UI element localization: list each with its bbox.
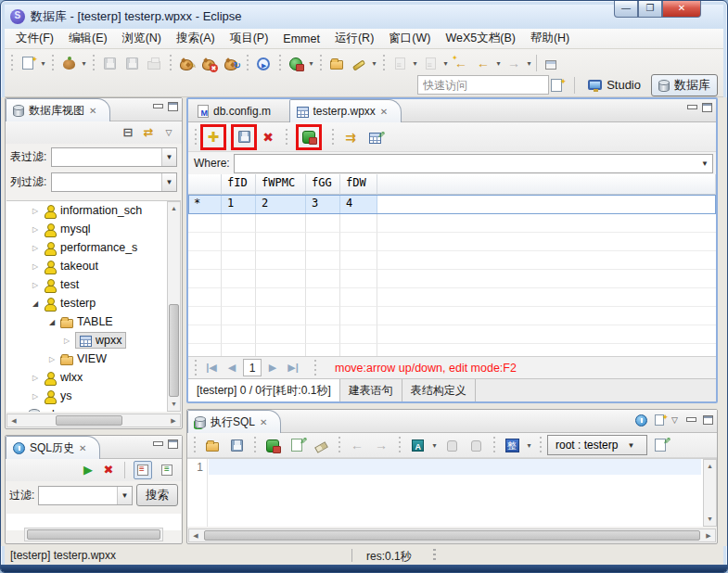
detail-view-toggle[interactable] xyxy=(158,461,176,479)
scroll-right-arrow[interactable]: ▶ xyxy=(702,529,715,541)
menu-emmet[interactable]: Emmet xyxy=(275,31,327,47)
back-dropdown-arrow[interactable]: ▾ xyxy=(494,59,503,68)
new-dropdown-arrow[interactable]: ▾ xyxy=(39,59,47,68)
delete-row-button[interactable]: ✖ xyxy=(258,127,278,147)
expander-icon[interactable]: ▷ xyxy=(47,355,57,363)
restore-editor-button[interactable] xyxy=(541,53,561,73)
tree-item-table-folder[interactable]: ◢TABLE xyxy=(6,312,181,331)
close-button[interactable]: ✕ xyxy=(662,1,701,18)
tree-vertical-scrollbar[interactable]: ▲ ▼ xyxy=(167,201,181,412)
tree-item-takeout[interactable]: ▷takeout xyxy=(6,257,181,275)
minimize-view-button[interactable] xyxy=(152,440,162,449)
minimize-view-button[interactable] xyxy=(685,416,696,425)
refresh-icon[interactable]: ⇄ xyxy=(141,125,156,140)
expander-icon[interactable]: ▷ xyxy=(31,281,40,289)
scroll-right-arrow[interactable]: ▶ xyxy=(167,414,180,427)
connection-combo[interactable]: root : testerp ▼ xyxy=(547,435,647,455)
run-history-icon[interactable]: ▶ xyxy=(81,463,96,478)
tab-result-data[interactable]: [testerp] 0 / 0行[耗时:0.1秒] xyxy=(188,379,340,401)
sql-vertical-scrollbar[interactable]: ▲ ▼ xyxy=(703,459,717,527)
tree-item-performance-schema[interactable]: ▷performance_s xyxy=(6,238,181,257)
debug-button[interactable] xyxy=(253,53,274,73)
column-header[interactable]: fWPMC xyxy=(256,174,306,195)
last-edit-location-button[interactable]: ← xyxy=(451,53,471,73)
scroll-down-arrow[interactable]: ▼ xyxy=(704,513,716,526)
component-dropdown-arrow[interactable]: ▾ xyxy=(80,59,88,68)
close-editor-icon[interactable]: ✕ xyxy=(380,107,388,117)
prev-page-button[interactable]: ◀ xyxy=(223,359,241,376)
tomcat-start-button[interactable] xyxy=(176,53,197,73)
tree-item-mysql[interactable]: ▷mysql xyxy=(6,220,181,238)
history-clock-icon[interactable] xyxy=(635,414,647,427)
new-wizard-button[interactable] xyxy=(18,53,38,73)
save-sql-button[interactable] xyxy=(226,435,247,455)
new-sql-editor-button[interactable] xyxy=(650,435,671,455)
column-header[interactable]: fDW xyxy=(340,174,377,195)
external-tools-button[interactable] xyxy=(349,53,369,73)
import-rows-button[interactable]: ⇉ xyxy=(340,127,361,147)
tab-table-structure[interactable]: 表结构定义 xyxy=(402,379,476,401)
format-dropdown[interactable]: ▾ xyxy=(525,441,533,450)
tree-item-ys[interactable]: ▷ys xyxy=(6,387,181,405)
expander-icon[interactable]: ▷ xyxy=(31,374,40,382)
tree-horizontal-scrollbar[interactable]: ◀ ▶ xyxy=(6,414,181,427)
view-menu-icon[interactable]: ▽ xyxy=(671,415,678,425)
add-row-button[interactable]: ✚ xyxy=(203,127,224,147)
scroll-left-arrow[interactable]: ◀ xyxy=(7,414,20,427)
open-resource-button[interactable] xyxy=(326,53,347,73)
tree-item-information-schema[interactable]: ▷information_sch xyxy=(6,201,181,220)
wex5-component-button[interactable] xyxy=(58,53,79,73)
view-menu-icon[interactable]: ▽ xyxy=(161,125,176,140)
tab-sql-history[interactable]: SQL历史 ✕ xyxy=(6,436,100,459)
run-query-button[interactable] xyxy=(299,127,319,147)
forward-dropdown-arrow[interactable]: ▾ xyxy=(525,59,533,68)
selected-tree-node[interactable]: wpxx xyxy=(75,332,126,349)
open-perspective-button[interactable] xyxy=(546,75,567,96)
menu-run[interactable]: 运行(R) xyxy=(327,29,381,48)
scrollbar-thumb[interactable] xyxy=(27,529,160,540)
history-horizontal-scrollbar[interactable] xyxy=(24,528,163,541)
quick-access-input[interactable] xyxy=(417,75,549,95)
tomcat-stop-button[interactable] xyxy=(198,53,219,73)
expander-icon[interactable]: ▷ xyxy=(31,244,40,252)
scroll-up-arrow[interactable]: ▲ xyxy=(168,202,180,215)
maximize-button[interactable]: ❐ xyxy=(638,1,662,18)
back-button[interactable]: ← xyxy=(473,53,493,73)
next-page-button[interactable]: ▶ xyxy=(263,359,282,376)
tab-database-view[interactable]: 数据库视图 ✕ xyxy=(6,98,110,121)
tab-testerp-wpxx[interactable]: testerp.wpxx ✕ xyxy=(289,99,402,122)
page-number[interactable]: 1 xyxy=(243,359,262,376)
scrollbar-thumb[interactable] xyxy=(56,415,122,426)
open-sql-file-button[interactable] xyxy=(202,435,223,455)
menu-edit[interactable]: 编辑(E) xyxy=(61,29,115,48)
collapse-all-icon[interactable]: ⊟ xyxy=(121,125,135,140)
expander-icon-expanded[interactable]: ◢ xyxy=(47,318,57,326)
menu-search[interactable]: 搜索(A) xyxy=(169,29,223,48)
history-filter-combo[interactable]: ▼ xyxy=(38,486,133,505)
clear-sql-button[interactable] xyxy=(311,435,331,455)
column-filter-combo[interactable]: ▼ xyxy=(51,172,177,192)
format-sql-button[interactable]: 整 xyxy=(502,435,522,455)
expander-icon[interactable]: ▷ xyxy=(31,262,40,271)
edit-table-button[interactable] xyxy=(364,127,385,147)
search-button[interactable]: 搜索 xyxy=(136,484,178,506)
minimize-editor-button[interactable] xyxy=(686,104,696,112)
tree-item-test[interactable]: ▷test xyxy=(6,275,181,294)
grid-cell[interactable]: 1 xyxy=(222,195,256,214)
tab-db-config[interactable]: db.config.m xyxy=(190,99,285,122)
minimize-view-button[interactable] xyxy=(152,103,162,111)
maximize-view-button[interactable] xyxy=(168,439,178,449)
column-header[interactable]: fGG xyxy=(306,174,340,195)
list-view-toggle[interactable] xyxy=(134,461,152,479)
expander-icon-expanded[interactable]: ◢ xyxy=(31,299,40,308)
expander-icon[interactable]: ▷ xyxy=(31,225,40,234)
table-filter-combo[interactable]: ▼ xyxy=(51,147,177,167)
tomcat-restart-button[interactable] xyxy=(221,53,241,73)
close-view-icon[interactable]: ✕ xyxy=(79,443,86,453)
tree-item-view-folder[interactable]: ▷VIEW xyxy=(6,350,181,368)
perspective-database[interactable]: 数据库 xyxy=(651,74,718,96)
tree-item-testerp[interactable]: ◢testerp xyxy=(6,294,181,312)
grid-cell[interactable]: 2 xyxy=(256,195,306,214)
expander-icon[interactable]: ▷ xyxy=(31,207,40,215)
new-sql-editor-icon[interactable] xyxy=(655,414,664,426)
